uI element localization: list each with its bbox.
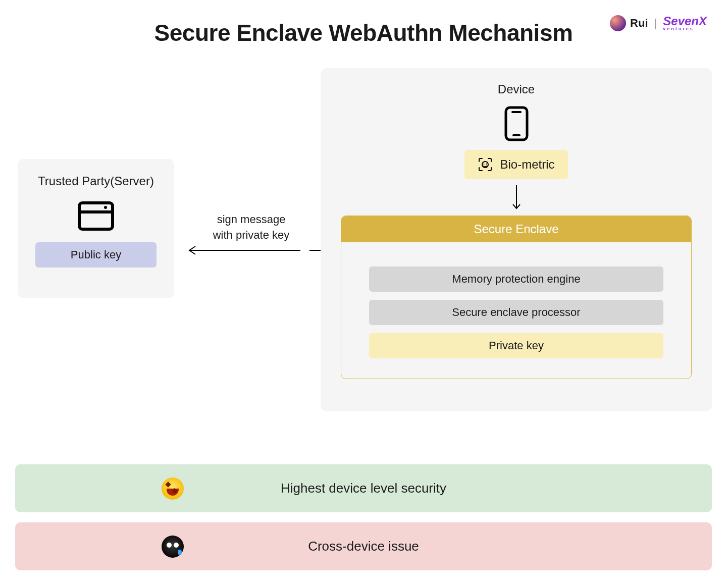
banner-con: Cross-device issue [15, 522, 712, 570]
banner-pro-text: Highest device level security [15, 480, 712, 496]
secure-enclave-header: Secure Enclave [341, 216, 691, 242]
svg-point-10 [486, 164, 487, 165]
enclave-row-memory: Memory protection engine [369, 266, 663, 292]
arrow-down-icon [511, 184, 522, 212]
banner-con-text: Cross-device issue [15, 539, 712, 554]
svg-rect-0 [79, 203, 113, 229]
biometric-label: Bio-metric [500, 157, 554, 172]
arrow-label-line1: sign message [217, 213, 286, 226]
device-label: Device [498, 82, 535, 96]
trusted-party-box: Trusted Party(Server) Public key [18, 159, 174, 298]
separator: | [652, 17, 659, 30]
biometric-badge: Bio-metric [464, 150, 567, 179]
trusted-party-label: Trusted Party(Server) [38, 174, 154, 188]
enclave-row-privatekey: Private key [369, 333, 663, 358]
secure-enclave-box: Secure Enclave Memory protection engine … [341, 216, 692, 379]
page-title: Secure Enclave WebAuthn Mechanism [154, 19, 573, 46]
face-id-icon [478, 157, 493, 172]
sign-message-arrow: sign message with private key [179, 212, 323, 257]
author-avatar [610, 15, 626, 31]
public-key-badge: Public key [35, 242, 157, 268]
branding-block: Rui | SevenX ventures [610, 15, 707, 31]
banner-pro: Highest device level security [15, 464, 712, 512]
laugh-emoji-icon [162, 477, 184, 500]
arrow-label-line2: with private key [213, 229, 290, 241]
enclave-row-processor: Secure enclave processor [369, 300, 663, 325]
svg-point-9 [484, 164, 485, 165]
diagram-canvas: Trusted Party(Server) Public key sign me… [15, 56, 712, 419]
svg-point-2 [104, 206, 107, 209]
sad-emoji-icon [162, 536, 184, 558]
arrow-left-icon [179, 245, 323, 255]
author-name: Rui [630, 17, 648, 30]
device-box: Device Bio-metric Secure Enclave Memory [321, 68, 712, 411]
phone-icon [504, 105, 529, 142]
company-logo: SevenX ventures [663, 16, 707, 31]
server-icon [77, 201, 115, 231]
